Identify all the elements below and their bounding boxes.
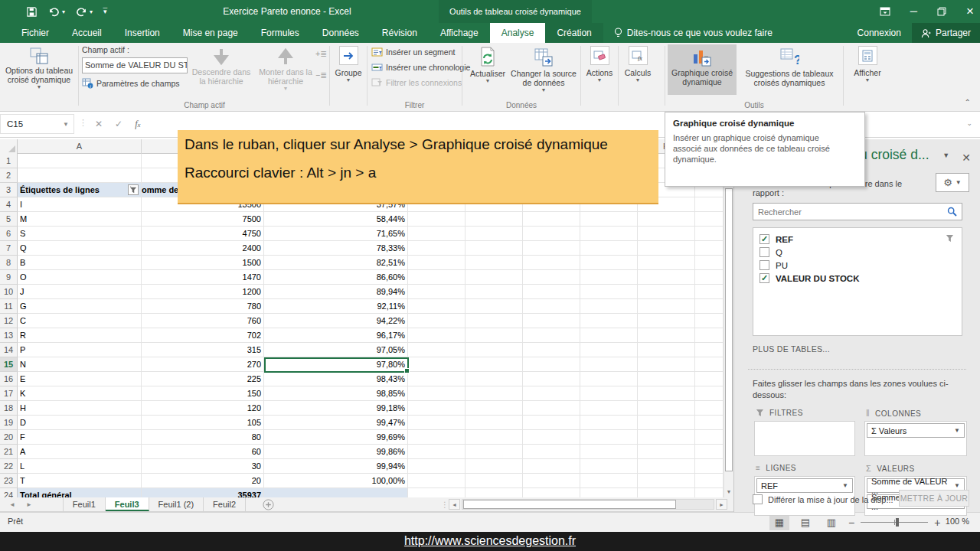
cell-G10[interactable]	[580, 285, 638, 299]
cell-E9[interactable]	[466, 270, 523, 285]
cell-G21[interactable]	[580, 445, 638, 459]
horizontal-scrollbar[interactable]	[462, 499, 714, 510]
cell-H20[interactable]	[638, 430, 695, 445]
cell-C22[interactable]: 99,94%	[264, 459, 408, 474]
vertical-scrollbar-thumb[interactable]	[725, 188, 733, 471]
formula-bar-expand-icon[interactable]: ⌄	[966, 119, 972, 127]
insert-timeline-button[interactable]: Insérer une chronologie	[371, 63, 470, 72]
cell-A11[interactable]: G	[18, 299, 142, 314]
cell-H6[interactable]	[638, 227, 695, 241]
scroll-down-icon[interactable]: ▼	[724, 486, 733, 497]
cell-A10[interactable]: J	[18, 285, 142, 299]
cell-D19[interactable]	[408, 416, 466, 430]
cell-H14[interactable]	[638, 343, 695, 357]
field-search[interactable]	[753, 203, 962, 220]
redo-button[interactable]: ▾	[76, 7, 93, 17]
cell-E19[interactable]	[466, 416, 523, 430]
cell-G11[interactable]	[580, 299, 638, 314]
cell-I11[interactable]	[695, 299, 724, 314]
cell-H15[interactable]	[638, 357, 695, 372]
drill-down-button[interactable]: Descendre dans la hiérarchie	[189, 46, 253, 86]
cell-C12[interactable]: 94,22%	[264, 314, 408, 328]
row-header-16[interactable]: 16	[0, 372, 18, 386]
cell-E21[interactable]	[466, 445, 523, 459]
cell-F19[interactable]	[523, 416, 580, 430]
row-header-24[interactable]: 24	[0, 488, 18, 497]
cell-C11[interactable]: 92,11%	[264, 299, 408, 314]
cell-I10[interactable]	[695, 285, 724, 299]
close-button[interactable]: ×	[966, 0, 974, 23]
cell-E7[interactable]	[466, 241, 523, 256]
cell-C5[interactable]: 58,44%	[264, 212, 408, 227]
cell-I5[interactable]	[695, 212, 724, 227]
cell-A17[interactable]: K	[18, 386, 142, 401]
cell-A2[interactable]	[18, 168, 142, 183]
row-header-22[interactable]: 22	[0, 459, 18, 474]
drill-up-button[interactable]: Monter dans la hiérarchie ▼	[255, 46, 316, 91]
cell-A23[interactable]: T	[18, 474, 142, 488]
row-header-18[interactable]: 18	[0, 401, 18, 416]
cell-A24[interactable]: Total général	[18, 488, 142, 497]
cell-D23[interactable]	[408, 474, 466, 488]
cell-B17[interactable]: 150	[142, 386, 264, 401]
cell-C20[interactable]: 99,69%	[264, 430, 408, 445]
cell-G24[interactable]	[580, 488, 638, 497]
cell-B13[interactable]: 702	[142, 328, 264, 343]
cell-A1[interactable]	[18, 154, 142, 168]
connexion-button[interactable]: Connexion	[847, 23, 912, 43]
tab-accueil[interactable]: Accueil	[60, 23, 113, 43]
customize-qat-icon[interactable]: ▾─	[103, 8, 113, 15]
expand-field-icon[interactable]: +≣	[315, 49, 327, 58]
row-header-2[interactable]: 2	[0, 168, 18, 183]
row-header-12[interactable]: 12	[0, 314, 18, 328]
cell-H8[interactable]	[638, 256, 695, 270]
cell-C17[interactable]: 98,85%	[264, 386, 408, 401]
cell-A3[interactable]: Étiquettes de lignes	[18, 183, 142, 197]
row-header-4[interactable]: 4	[0, 197, 18, 212]
partager-button[interactable]: Partager	[912, 23, 980, 43]
save-icon[interactable]	[26, 6, 38, 18]
cell-H12[interactable]	[638, 314, 695, 328]
cell-D13[interactable]	[408, 328, 466, 343]
cell-I21[interactable]	[695, 445, 724, 459]
cell-C6[interactable]: 71,65%	[264, 227, 408, 241]
row-header-5[interactable]: 5	[0, 212, 18, 227]
cell-F24[interactable]	[523, 488, 580, 497]
cell-I18[interactable]	[695, 401, 724, 416]
zoom-level[interactable]: 100 %	[946, 517, 969, 526]
cell-I13[interactable]	[695, 328, 724, 343]
lignes-chip[interactable]: REF▼	[756, 478, 853, 493]
cell-G6[interactable]	[580, 227, 638, 241]
tab-donnees[interactable]: Données	[311, 23, 371, 43]
cell-I23[interactable]	[695, 474, 724, 488]
page-layout-view-icon[interactable]: ▤	[795, 514, 815, 530]
cell-G23[interactable]	[580, 474, 638, 488]
cell-I15[interactable]	[695, 357, 724, 372]
tab-affichage[interactable]: Affichage	[429, 23, 490, 43]
redo-caret-icon[interactable]: ▾	[90, 8, 93, 15]
tab-mise-en-page[interactable]: Mise en page	[172, 23, 250, 43]
row-header-23[interactable]: 23	[0, 474, 18, 488]
cell-B20[interactable]: 80	[142, 430, 264, 445]
tab-insertion[interactable]: Insertion	[113, 23, 172, 43]
cell-F20[interactable]	[523, 430, 580, 445]
ribbon-display-options-icon[interactable]	[880, 7, 890, 16]
cell-E10[interactable]	[466, 285, 523, 299]
field-item-ref[interactable]: REF	[760, 233, 956, 246]
cell-F16[interactable]	[523, 372, 580, 386]
cell-H17[interactable]	[638, 386, 695, 401]
row-header-10[interactable]: 10	[0, 285, 18, 299]
pivotchart-button[interactable]: Graphique croisé dynamique	[668, 44, 737, 95]
cell-B8[interactable]: 1500	[142, 256, 264, 270]
tell-me-box[interactable]: Dites-nous ce que vous voulez faire	[603, 23, 783, 43]
select-all-corner[interactable]	[0, 139, 18, 154]
cell-H24[interactable]	[638, 488, 695, 497]
ref-filter-icon[interactable]	[946, 234, 954, 243]
cell-C8[interactable]: 82,51%	[264, 256, 408, 270]
horizontal-scrollbar-thumb[interactable]	[463, 500, 676, 509]
row-header-1[interactable]: 1	[0, 154, 18, 168]
actualiser-button[interactable]: Actualiser ▼	[466, 46, 509, 83]
sheet-tab-feuil2[interactable]: Feuil2	[204, 497, 246, 511]
cell-D8[interactable]	[408, 256, 466, 270]
cell-F5[interactable]	[523, 212, 580, 227]
